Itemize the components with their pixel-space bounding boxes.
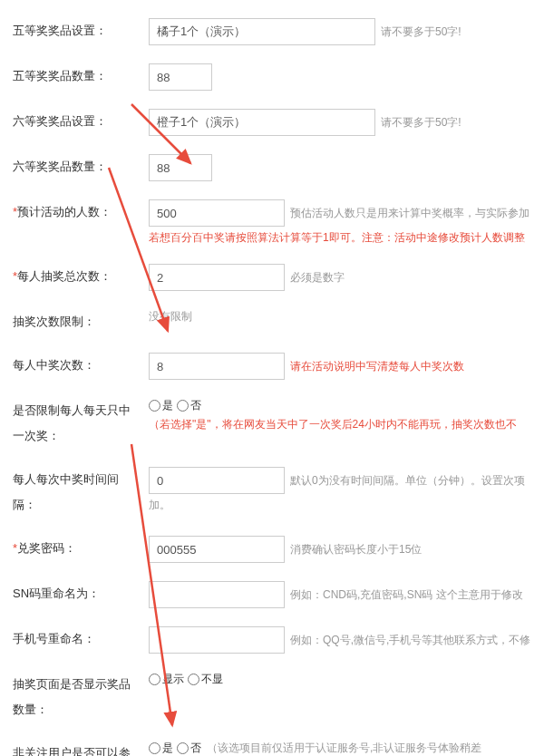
row-prize5-qty: 五等奖奖品数量： <box>0 54 544 100</box>
input-sn-rename[interactable] <box>149 581 285 608</box>
label-prize6-qty: 六等奖奖品数量： <box>13 154 149 179</box>
row-daily-limit: 是否限制每人每天只中一次奖： 是 否 （若选择"是"，将在网友当天中了一次奖后2… <box>0 389 544 458</box>
hint-nonfollow: （该选项目前仅适用于认证服务号,非认证服务号体验稍差 <box>207 741 481 756</box>
radio-daily-no[interactable]: 否 <box>177 398 201 413</box>
row-win-count: 每人中奖次数： 请在活动说明中写清楚每人中奖次数 <box>0 344 544 389</box>
input-prize6-setting[interactable] <box>149 109 375 136</box>
warn-win-count: 请在活动说明中写清楚每人中奖次数 <box>290 359 464 374</box>
label-expected-people: *预计活动的人数： <box>13 199 149 225</box>
warn-expected-people: 若想百分百中奖请按照算法计算等于1即可。注意：活动中途修改预计人数调整 <box>149 230 544 246</box>
radios-nonfollow: 是 否 <box>149 741 201 756</box>
label-draw-limit: 抽奖次数限制： <box>13 309 149 334</box>
input-expected-people[interactable] <box>149 199 285 227</box>
radio-show-yes[interactable]: 显示 <box>149 672 184 687</box>
hint-prize5-setting: 请不要多于50字! <box>381 24 461 40</box>
settings-form: 五等奖奖品设置： 请不要多于50字! 五等奖奖品数量： 六等奖奖品设置： 请不要… <box>0 0 544 756</box>
row-show-qty: 抽奖页面是否显示奖品数量： 显示 不显 <box>0 663 544 732</box>
row-draw-total: *每人抽奖总次数： 必须是数字 <box>0 255 544 300</box>
input-win-interval[interactable] <box>149 467 285 494</box>
row-redeem-pwd: *兑奖密码： 消费确认密码长度小于15位 <box>0 527 544 572</box>
radio-nonfollow-no[interactable]: 否 <box>177 741 201 756</box>
row-prize6-setting: 六等奖奖品设置： 请不要多于50字! <box>0 100 544 145</box>
label-show-qty: 抽奖页面是否显示奖品数量： <box>13 672 149 722</box>
warn-daily-limit: （若选择"是"，将在网友当天中了一次奖后24小时内不能再玩，抽奖次数也不 <box>149 417 544 432</box>
row-win-interval: 每人每次中奖时间间隔： 默认0为没有时间间隔。单位（分钟）。设置次项 加。 <box>0 458 544 527</box>
hint-phone-rename: 例如：QQ号,微信号,手机号等其他联系方式，不修 <box>290 633 530 648</box>
row-expected-people: *预计活动的人数： 预估活动人数只是用来计算中奖概率，与实际参加 若想百分百中奖… <box>0 190 544 255</box>
label-nonfollow: 非关注用户是否可以参与活动： <box>13 741 149 756</box>
hint2-win-interval: 加。 <box>149 498 544 513</box>
row-prize6-qty: 六等奖奖品数量： <box>0 145 544 190</box>
input-prize5-qty[interactable] <box>149 63 212 91</box>
radio-daily-yes[interactable]: 是 <box>149 398 173 413</box>
input-prize6-qty[interactable] <box>149 154 212 181</box>
row-nonfollow: 非关注用户是否可以参与活动： 是 否 （该选项目前仅适用于认证服务号,非认证服务… <box>0 732 544 756</box>
input-redeem-pwd[interactable] <box>149 536 285 563</box>
hint-draw-total: 必须是数字 <box>290 270 345 286</box>
radio-nonfollow-yes[interactable]: 是 <box>149 741 173 756</box>
input-win-count[interactable] <box>149 353 285 380</box>
label-win-count: 每人中奖次数： <box>13 353 149 378</box>
hint-expected-people: 预估活动人数只是用来计算中奖概率，与实际参加 <box>290 206 529 221</box>
input-prize5-setting[interactable] <box>149 18 375 45</box>
row-phone-rename: 手机号重命名： 例如：QQ号,微信号,手机号等其他联系方式，不修 <box>0 617 544 663</box>
row-draw-limit: 抽奖次数限制： 没有限制 <box>0 300 544 344</box>
radio-show-no[interactable]: 不显 <box>188 672 223 687</box>
radios-show-qty: 显示 不显 <box>149 672 223 687</box>
label-draw-total: *每人抽奖总次数： <box>13 264 149 289</box>
radios-daily-limit: 是 否 <box>149 398 544 413</box>
input-phone-rename[interactable] <box>149 626 285 654</box>
row-sn-rename: SN码重命名为： 例如：CND码,充值密码,SN码 这个主意用于修改 <box>0 572 544 617</box>
label-prize5-setting: 五等奖奖品设置： <box>13 18 149 44</box>
row-prize5-setting: 五等奖奖品设置： 请不要多于50字! <box>0 9 544 54</box>
label-win-interval: 每人每次中奖时间间隔： <box>13 467 149 518</box>
label-phone-rename: 手机号重命名： <box>13 626 149 652</box>
label-prize5-qty: 五等奖奖品数量： <box>13 63 149 89</box>
label-prize6-setting: 六等奖奖品设置： <box>13 109 149 134</box>
label-daily-limit: 是否限制每人每天只中一次奖： <box>13 398 149 449</box>
label-sn-rename: SN码重命名为： <box>13 581 149 606</box>
hint-prize6-setting: 请不要多于50字! <box>381 115 461 131</box>
hint-win-interval: 默认0为没有时间间隔。单位（分钟）。设置次项 <box>290 473 525 489</box>
hint-sn-rename: 例如：CND码,充值密码,SN码 这个主意用于修改 <box>290 587 523 603</box>
text-draw-limit: 没有限制 <box>149 309 192 325</box>
input-draw-total[interactable] <box>149 264 285 291</box>
label-redeem-pwd: *兑奖密码： <box>13 536 149 561</box>
hint-redeem-pwd: 消费确认密码长度小于15位 <box>290 542 422 557</box>
